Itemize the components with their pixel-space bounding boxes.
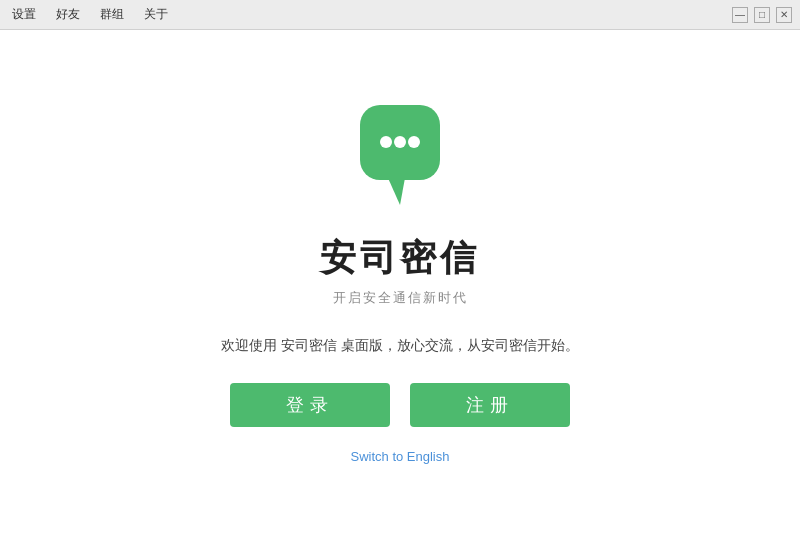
app-slogan: 开启安全通信新时代 [333,289,468,307]
main-content: 安司密信 开启安全通信新时代 欢迎使用 安司密信 桌面版，放心交流，从安司密信开… [0,30,800,533]
svg-marker-1 [388,178,405,205]
switch-language-link[interactable]: Switch to English [351,449,450,464]
close-button[interactable]: ✕ [776,7,792,23]
menu-bar: 设置 好友 群组 关于 [8,4,172,25]
menu-settings[interactable]: 设置 [8,4,40,25]
welcome-text: 欢迎使用 安司密信 桌面版，放心交流，从安司密信开始。 [221,337,579,355]
menu-about[interactable]: 关于 [140,4,172,25]
menu-friends[interactable]: 好友 [52,4,84,25]
app-logo [350,100,450,214]
login-button[interactable]: 登录 [230,383,390,427]
svg-point-4 [408,136,420,148]
menu-groups[interactable]: 群组 [96,4,128,25]
svg-point-3 [394,136,406,148]
window-controls: — □ ✕ [732,7,792,23]
app-name: 安司密信 [320,234,480,283]
minimize-button[interactable]: — [732,7,748,23]
maximize-button[interactable]: □ [754,7,770,23]
action-buttons: 登录 注册 [230,383,570,427]
titlebar: 设置 好友 群组 关于 — □ ✕ [0,0,800,30]
svg-point-2 [380,136,392,148]
register-button[interactable]: 注册 [410,383,570,427]
